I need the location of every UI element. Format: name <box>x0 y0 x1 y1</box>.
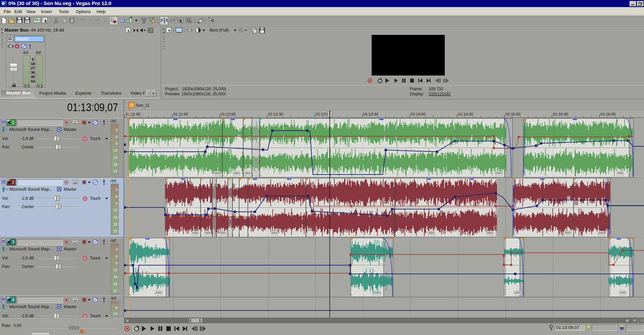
svg-text:Son_11: Son_11 <box>136 103 150 108</box>
svg-text:01:13:30: 01:13:30 <box>363 112 378 116</box>
svg-text:01:14:00: 01:14:00 <box>411 112 426 116</box>
svg-text:01:14:30: 01:14:30 <box>458 112 473 116</box>
svg-text:11: 11 <box>130 103 133 107</box>
svg-text:01:15:30: 01:15:30 <box>553 112 568 116</box>
svg-text:?: ? <box>26 20 28 23</box>
svg-text:01:16:00: 01:16:00 <box>600 112 615 116</box>
svg-text:01:15:00: 01:15:00 <box>505 112 521 116</box>
svg-text:01:12:30: 01:12:30 <box>268 112 283 116</box>
svg-text:01:12:00: 01:12:00 <box>221 112 236 116</box>
svg-text:01:11:30: 01:11:30 <box>173 112 188 116</box>
svg-text:?: ? <box>211 19 214 24</box>
svg-text:01:11:00: 01:11:00 <box>126 112 141 116</box>
